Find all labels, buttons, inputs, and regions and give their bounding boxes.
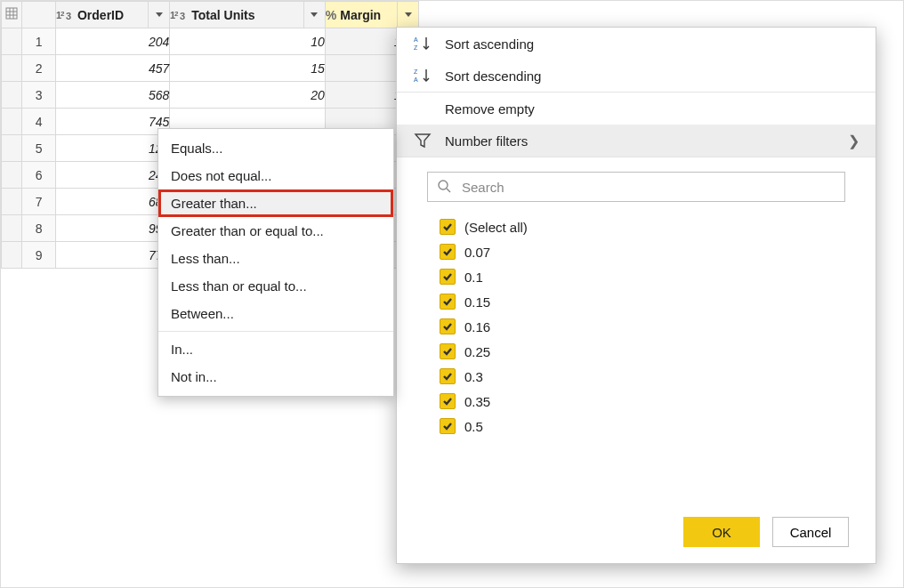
column-header-margin[interactable]: % Margin (325, 2, 418, 28)
svg-text:Z: Z (414, 44, 418, 51)
checkbox-checked-icon[interactable] (440, 343, 456, 359)
column-label: Margin (340, 8, 381, 22)
cell-orderid[interactable]: 999 (55, 215, 169, 242)
row-indicator[interactable] (2, 162, 22, 189)
percent-icon: % (326, 8, 336, 22)
filter-value-item[interactable]: 0.16 (440, 314, 845, 339)
table-row[interactable]: 12041010.0 (2, 28, 419, 55)
table-row[interactable]: 2457157.0 (2, 55, 419, 82)
row-number: 2 (22, 55, 56, 82)
row-indicator[interactable] (2, 215, 22, 242)
row-indicator[interactable] (2, 242, 22, 269)
column-header-orderid[interactable]: 123 OrderID (55, 2, 169, 28)
table-row[interactable]: 35682015.0 (2, 82, 419, 109)
menu-label: Sort ascending (445, 36, 534, 52)
column-filter-button[interactable] (303, 2, 325, 28)
checkbox-checked-icon[interactable] (440, 368, 456, 384)
cell-orderid[interactable]: 745 (55, 109, 169, 135)
filter-value-item[interactable]: (Select all) (440, 214, 845, 239)
row-number: 7 (22, 189, 56, 215)
row-indicator[interactable] (2, 28, 22, 55)
sort-desc-icon: ZA (413, 68, 432, 84)
row-number: 6 (22, 162, 56, 189)
menu-label: Remove empty (445, 101, 535, 117)
filter-value-label: 0.16 (464, 319, 490, 334)
row-number: 3 (22, 82, 56, 109)
checkbox-checked-icon[interactable] (440, 244, 456, 260)
filter-value-item[interactable]: 0.07 (440, 239, 845, 264)
row-number: 4 (22, 109, 56, 135)
filter-values-list: (Select all)0.070.10.150.160.250.30.350.… (397, 205, 876, 504)
submenu-item[interactable]: Does not equal... (158, 162, 393, 189)
ok-button[interactable]: OK (683, 517, 760, 547)
column-header-total-units[interactable]: 123 Total Units (170, 2, 326, 28)
cell-orderid[interactable]: 457 (55, 55, 169, 82)
cell-total-units[interactable]: 10 (170, 28, 326, 55)
submenu-item[interactable]: In... (158, 335, 393, 363)
checkbox-checked-icon[interactable] (440, 318, 456, 334)
svg-text:2: 2 (174, 10, 179, 18)
sort-asc-icon: AZ (413, 36, 432, 52)
cell-total-units[interactable]: 20 (170, 82, 326, 109)
submenu-item[interactable]: Greater than or equal to... (158, 217, 393, 245)
sort-ascending-item[interactable]: AZ Sort ascending (397, 28, 876, 60)
checkbox-checked-icon[interactable] (440, 219, 456, 235)
remove-empty-item[interactable]: Remove empty (397, 93, 876, 125)
checkbox-checked-icon[interactable] (440, 269, 456, 285)
svg-text:2: 2 (61, 10, 65, 18)
column-filter-button[interactable] (148, 2, 169, 28)
cell-orderid[interactable]: 245 (55, 162, 169, 189)
cancel-button[interactable]: Cancel (772, 517, 849, 547)
submenu-item[interactable]: Less than or equal to... (158, 272, 393, 300)
svg-line-19 (447, 189, 450, 192)
sort-descending-item[interactable]: ZA Sort descending (397, 60, 876, 92)
search-icon (437, 179, 451, 196)
column-filter-panel: AZ Sort ascending ZA Sort descending Rem… (396, 27, 876, 564)
filter-value-label: 0.07 (464, 245, 490, 260)
svg-point-18 (439, 181, 448, 189)
submenu-item[interactable]: Not in... (158, 363, 393, 391)
row-indicator[interactable] (2, 82, 22, 109)
submenu-item[interactable]: Less than... (158, 245, 393, 272)
int-icon: 123 (170, 9, 188, 21)
filter-value-item[interactable]: 0.25 (440, 339, 845, 364)
filter-value-label: 0.15 (464, 294, 490, 310)
cell-orderid[interactable]: 125 (55, 135, 169, 162)
cell-orderid[interactable]: 204 (55, 28, 169, 55)
cell-total-units[interactable]: 15 (170, 55, 326, 82)
funnel-icon (413, 133, 432, 148)
submenu-item[interactable]: Greater than... (158, 189, 393, 217)
filter-search-box[interactable] (427, 172, 845, 202)
number-filters-item[interactable]: Number filters ❯ (397, 125, 876, 157)
row-indicator[interactable] (2, 109, 22, 135)
cell-orderid[interactable]: 687 (55, 189, 169, 215)
filter-value-item[interactable]: 0.3 (440, 364, 845, 389)
cell-orderid[interactable]: 777 (55, 242, 169, 269)
row-number: 1 (22, 28, 56, 55)
checkbox-checked-icon[interactable] (440, 393, 456, 409)
checkbox-checked-icon[interactable] (440, 294, 456, 310)
row-indicator[interactable] (2, 55, 22, 82)
column-label: Total Units (191, 8, 254, 22)
table-icon (5, 7, 18, 20)
svg-marker-17 (416, 134, 430, 147)
svg-text:Z: Z (414, 68, 418, 75)
submenu-item[interactable]: Between... (158, 300, 393, 327)
table-corner[interactable] (2, 2, 22, 28)
chevron-right-icon: ❯ (848, 133, 860, 149)
row-number-header (22, 2, 56, 28)
checkbox-checked-icon[interactable] (440, 418, 456, 434)
column-filter-button[interactable] (397, 2, 418, 28)
cell-orderid[interactable]: 568 (55, 82, 169, 109)
filter-value-item[interactable]: 0.15 (440, 289, 845, 314)
filter-value-item[interactable]: 0.35 (440, 389, 845, 414)
filter-value-label: 0.35 (464, 394, 490, 409)
row-indicator[interactable] (2, 135, 22, 162)
filter-search-input[interactable] (460, 179, 835, 196)
filter-value-item[interactable]: 0.1 (440, 264, 845, 289)
menu-label: Sort descending (445, 68, 541, 84)
submenu-item[interactable]: Equals... (158, 134, 393, 162)
row-indicator[interactable] (2, 189, 22, 215)
filter-value-item[interactable]: 0.5 (440, 414, 845, 439)
svg-rect-0 (6, 8, 17, 19)
